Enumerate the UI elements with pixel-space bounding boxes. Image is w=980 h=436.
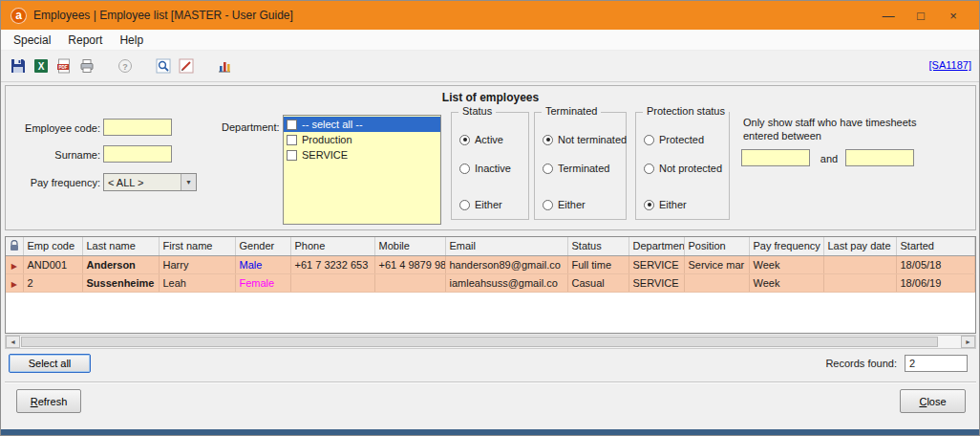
preview-button[interactable] — [152, 54, 175, 77]
checkbox-icon — [287, 150, 297, 161]
radio-not-protected[interactable]: Not protected — [644, 163, 722, 174]
timesheet-and-label: and — [819, 153, 840, 164]
column-header-gender[interactable]: Gender — [235, 237, 290, 255]
close-window-button[interactable]: × — [937, 2, 969, 29]
help-button[interactable]: ? — [114, 54, 137, 77]
edit-button[interactable] — [175, 54, 198, 77]
radio-status-either[interactable]: Either — [459, 199, 502, 210]
department-option-service[interactable]: SERVICE — [284, 147, 440, 163]
cell: SERVICE — [628, 273, 684, 292]
select-all-button[interactable]: Select all — [9, 354, 91, 373]
radio-icon — [543, 135, 553, 145]
column-header-position[interactable]: Position — [684, 237, 749, 255]
column-header-department[interactable]: Department — [628, 237, 684, 255]
refresh-button[interactable]: Refresh — [16, 389, 81, 413]
chevron-down-icon: ▼ — [181, 174, 196, 190]
lock-icon — [10, 240, 19, 251]
pay-frequency-select[interactable]: < ALL > ▼ — [103, 173, 197, 191]
column-header-started[interactable]: Started — [896, 237, 974, 255]
window-controls: — □ × — [872, 2, 969, 29]
cell: Week — [749, 273, 823, 292]
employee-code-input[interactable] — [103, 119, 172, 136]
cell: SERVICE — [628, 255, 684, 273]
table-row[interactable]: ▶ 2 Sussenheime Leah Female iamleahsuss@… — [6, 273, 974, 292]
timesheet-from-input[interactable] — [741, 149, 810, 166]
cell: 18/05/18 — [896, 255, 974, 273]
toolbar: X PDF ? — [1, 51, 979, 82]
menu-report[interactable]: Report — [59, 31, 111, 50]
column-header-phone[interactable]: Phone — [290, 237, 374, 255]
department-option-production[interactable]: Production — [284, 132, 440, 147]
cell: iamleahsuss@gmail.co — [445, 273, 567, 292]
column-header-status[interactable]: Status — [567, 237, 628, 255]
column-header-emp-code[interactable]: Emp code — [23, 237, 82, 255]
save-button[interactable] — [7, 54, 30, 77]
separator — [5, 382, 976, 383]
cell: Male — [235, 255, 290, 273]
radio-protection-either[interactable]: Either — [644, 199, 687, 210]
pay-frequency-value: < ALL > — [108, 177, 144, 188]
column-header-email[interactable]: Email — [445, 237, 567, 255]
terminated-groupbox: Terminated Not terminated Terminated Eit… — [534, 112, 627, 220]
scrollbar-thumb[interactable] — [21, 337, 938, 347]
menu-help[interactable]: Help — [111, 31, 152, 50]
radio-icon — [644, 135, 654, 145]
radio-not-terminated[interactable]: Not terminated — [543, 134, 627, 145]
print-button[interactable] — [75, 54, 98, 77]
cell: Anderson — [82, 255, 159, 273]
cell: Female — [235, 273, 290, 292]
row-marker-cell: ▶ — [6, 255, 23, 273]
cell: Sussenheime — [82, 273, 159, 292]
graph-button[interactable] — [213, 54, 236, 77]
radio-icon — [543, 200, 553, 210]
horizontal-scrollbar[interactable]: ◄ ► — [5, 335, 976, 349]
page-title: List of employees — [6, 91, 975, 104]
column-header-mobile[interactable]: Mobile — [374, 237, 445, 255]
timesheet-to-input[interactable] — [845, 149, 914, 166]
surname-input[interactable] — [103, 145, 172, 163]
export-pdf-button[interactable]: PDF — [53, 54, 75, 77]
department-label: Department: — [222, 121, 279, 133]
radio-status-active[interactable]: Active — [459, 134, 503, 145]
export-excel-button[interactable]: X — [30, 54, 53, 77]
cell: Casual — [567, 273, 628, 292]
cell: Leah — [159, 273, 235, 292]
maximize-button[interactable]: □ — [905, 2, 937, 29]
column-header-last-pay-date[interactable]: Last pay date — [823, 237, 896, 255]
table-row[interactable]: ▶ AND001 Anderson Harry Male +61 7 3232 … — [6, 255, 974, 273]
window-title: Employees | Employee list [MASTER - User… — [33, 9, 293, 22]
cell: 2 — [23, 273, 82, 292]
timesheet-filter-label: Only show staff who have timesheets ente… — [743, 116, 921, 143]
radio-protected[interactable]: Protected — [644, 134, 704, 145]
radio-terminated[interactable]: Terminated — [543, 163, 609, 174]
radio-status-inactive[interactable]: Inactive — [459, 163, 511, 174]
scroll-left-button[interactable]: ◄ — [6, 336, 20, 348]
radio-icon — [644, 200, 654, 210]
cell: Full time — [567, 255, 628, 273]
pay-frequency-label: Pay frequency: — [10, 177, 100, 188]
protection-group-title: Protection status — [643, 105, 729, 117]
column-header-last-name[interactable]: Last name — [82, 237, 159, 255]
radio-icon — [459, 200, 470, 210]
radio-icon — [459, 135, 470, 145]
checkbox-icon — [287, 135, 297, 145]
terminated-group-title: Terminated — [542, 105, 601, 117]
cell: Harry — [159, 255, 235, 273]
svg-text:?: ? — [122, 62, 128, 72]
close-button[interactable]: Close — [900, 389, 966, 413]
menu-special[interactable]: Special — [5, 31, 59, 50]
reference-link[interactable]: [SA1187] — [929, 59, 971, 71]
records-found-value: 2 — [905, 355, 968, 372]
minimize-button[interactable]: — — [872, 2, 905, 29]
scroll-right-button[interactable]: ► — [961, 336, 975, 348]
print-icon — [79, 58, 95, 74]
status-group-title: Status — [458, 105, 496, 117]
window-bottom-edge — [1, 429, 979, 435]
surname-label: Surname: — [10, 149, 100, 161]
cell — [374, 273, 445, 292]
column-header-pay-frequency[interactable]: Pay frequency — [749, 237, 823, 255]
column-header-first-name[interactable]: First name — [159, 237, 235, 255]
department-option-select-all[interactable]: -- select all -- — [284, 117, 440, 132]
radio-terminated-either[interactable]: Either — [543, 199, 586, 210]
app-logo-icon: a — [11, 8, 27, 24]
